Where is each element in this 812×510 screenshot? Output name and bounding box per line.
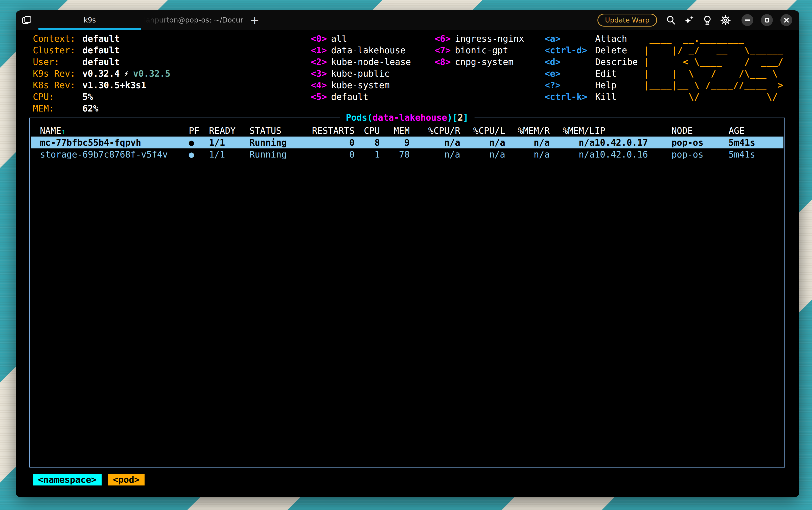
maximize-button[interactable] <box>761 14 773 26</box>
cmd-hotkey[interactable]: <?>Help <box>545 79 638 91</box>
launch-configs-button[interactable] <box>16 10 38 30</box>
pod-row[interactable]: storage-69b7c8768f-v5f4v ● 1/1 Running 0… <box>31 148 783 160</box>
col-node[interactable]: NODE <box>671 126 729 136</box>
cmd-hotkey[interactable]: <e>Edit <box>545 68 638 79</box>
minimize-button[interactable] <box>742 14 753 26</box>
col-cpu-l[interactable]: %CPU/L <box>460 126 505 136</box>
tab-label: k9s <box>84 16 96 24</box>
ns-hotkey[interactable]: <0>all <box>311 33 411 45</box>
active-tab-underline <box>38 28 141 30</box>
tab-label: ianpurton@pop-os: ~/Document <box>144 16 243 24</box>
info-cluster: Cluster:default <box>33 45 170 56</box>
info-mem: MEM:62% <box>33 103 170 114</box>
k9s-ascii-logo: ____ __.________ | |/ _/ __ \______ | < … <box>644 33 783 103</box>
col-ready[interactable]: READY <box>209 126 249 136</box>
search-icon <box>666 15 676 25</box>
breadcrumb: <namespace> <pod> <box>33 474 145 485</box>
ns-hotkey[interactable]: <1>data-lakehouse <box>311 45 411 56</box>
ns-hotkey[interactable]: <6>ingress-nginx <box>435 33 524 45</box>
settings-button[interactable] <box>718 13 733 28</box>
pod-row-selected[interactable]: mc-77bfbc55b4-fqpvh ● 1/1 Running 0 8 9 … <box>31 137 783 148</box>
table-header-row: NAME↑ PF READY STATUS RESTARTS CPU MEM %… <box>31 125 783 137</box>
warp-terminal-window: k9s ianpurton@pop-os: ~/Document + Updat… <box>16 10 800 497</box>
info-k8s-rev: K8s Rev:v1.30.5+k3s1 <box>33 79 170 91</box>
gear-icon <box>720 15 731 26</box>
update-warp-button[interactable]: Update Warp <box>597 13 657 27</box>
tab-shell[interactable]: ianpurton@pop-os: ~/Document <box>142 10 245 30</box>
ns-hotkey[interactable]: <2>kube-node-lease <box>311 56 411 68</box>
upgrade-bolt-icon: ⚡ <box>124 69 129 78</box>
bulb-icon <box>702 15 713 26</box>
pods-table-title: Pods(data-lakehouse)[2] <box>340 113 475 123</box>
ns-hotkey[interactable]: <5>default <box>311 91 411 103</box>
pages-icon <box>22 16 32 25</box>
tips-button[interactable] <box>700 13 715 28</box>
info-user: User:default <box>33 56 170 68</box>
col-mem-r[interactable]: %MEM/R <box>505 126 550 136</box>
pf-dot-icon: ● <box>189 149 209 160</box>
cmd-hotkey[interactable]: <d>Describe <box>545 56 638 68</box>
new-tab-button[interactable]: + <box>245 10 264 30</box>
col-mem-l[interactable]: %MEM/L <box>550 126 595 136</box>
pods-table: Pods(data-lakehouse)[2] NAME↑ PF READY S… <box>29 118 785 468</box>
col-status[interactable]: STATUS <box>249 126 310 136</box>
command-hotkeys: <a>Attach <ctrl-d>Delete <d>Describe <e>… <box>545 33 638 103</box>
cmd-hotkey[interactable]: <ctrl-d>Delete <box>545 45 638 56</box>
col-name[interactable]: NAME↑ <box>31 126 189 136</box>
col-cpu[interactable]: CPU <box>355 126 380 136</box>
maximize-icon <box>765 18 769 23</box>
sort-arrow-icon: ↑ <box>61 127 65 136</box>
window-controls <box>742 14 792 26</box>
cmd-hotkey[interactable]: <ctrl-k>Kill <box>545 91 638 103</box>
col-mem[interactable]: MEM <box>380 126 410 136</box>
crumb-pod[interactable]: <pod> <box>108 474 145 485</box>
info-context: Context:default <box>33 33 170 45</box>
minimize-icon <box>745 20 750 21</box>
toolbar-icons <box>664 13 733 28</box>
cmd-hotkey[interactable]: <a>Attach <box>545 33 638 45</box>
close-button[interactable] <box>780 14 792 26</box>
col-restarts[interactable]: RESTARTS <box>310 126 355 136</box>
cluster-info-panel: Context:default Cluster:default User:def… <box>33 33 170 114</box>
ns-hotkey[interactable]: <7>bionic-gpt <box>435 45 524 56</box>
col-ip[interactable]: IP <box>595 126 671 136</box>
ns-hotkey[interactable]: <4>kube-system <box>311 79 411 91</box>
col-age[interactable]: AGE <box>729 126 783 136</box>
ns-hotkey[interactable]: <3>kube-public <box>311 68 411 79</box>
k9s-terminal: Context:default Cluster:default User:def… <box>16 31 800 497</box>
namespace-hotkeys-col1: <0>all <1>data-lakehouse <2>kube-node-le… <box>311 33 411 103</box>
tab-bar: k9s ianpurton@pop-os: ~/Document + Updat… <box>16 10 800 30</box>
namespace-hotkeys-col2: <6>ingress-nginx <7>bionic-gpt <8>cnpg-s… <box>435 33 524 68</box>
tab-k9s[interactable]: k9s <box>38 10 142 30</box>
crumb-namespace[interactable]: <namespace> <box>33 474 101 485</box>
ns-hotkey[interactable]: <8>cnpg-system <box>435 56 524 68</box>
search-button[interactable] <box>664 13 678 28</box>
col-cpu-r[interactable]: %CPU/R <box>410 126 460 136</box>
info-k9s-rev: K9s Rev:v0.32.4⚡v0.32.5 <box>33 68 170 79</box>
info-cpu: CPU:5% <box>33 91 170 103</box>
sparkles-icon <box>684 15 694 26</box>
col-pf[interactable]: PF <box>189 126 209 136</box>
close-icon <box>784 18 789 23</box>
pf-dot-icon: ● <box>189 138 209 148</box>
ai-button[interactable] <box>682 13 696 28</box>
